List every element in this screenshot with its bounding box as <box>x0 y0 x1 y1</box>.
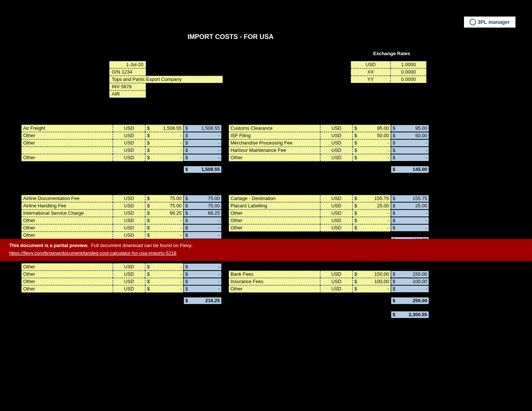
row-description: Other <box>21 271 113 278</box>
row-description: Other <box>21 263 113 271</box>
row-description: Other <box>21 139 113 147</box>
row-converted: $- <box>183 278 222 285</box>
row-currency: USD <box>320 202 353 210</box>
row-converted: $- <box>183 217 222 224</box>
row-converted: $- <box>183 147 222 154</box>
row-converted: $- <box>183 224 222 232</box>
row-amount: $- <box>145 263 183 271</box>
info-invoice: INV 5678 <box>109 83 146 90</box>
row-currency: USD <box>320 210 353 217</box>
airline-fees-table-cont: OtherUSD$-$-OtherUSD$-$-OtherUSD$-$-Othe… <box>21 263 222 293</box>
rate-currency: USD <box>351 61 390 68</box>
table-row: OtherUSD$-$- <box>21 217 222 224</box>
row-currency: USD <box>320 217 353 224</box>
row-description: Other <box>229 154 320 161</box>
row-amount: $155.75 <box>353 195 391 202</box>
preview-banner: This document is a partial preview. Full… <box>0 239 532 261</box>
row-converted: $150.00 <box>391 271 429 278</box>
row-converted: $- <box>183 132 222 139</box>
row-currency: USD <box>320 139 353 147</box>
row-currency: USD <box>320 154 353 161</box>
cartage-table: Cartage - DestinationUSD$155.75$155.75Pl… <box>229 195 429 232</box>
row-currency: USD <box>113 154 145 161</box>
row-amount: $50.00 <box>353 132 391 139</box>
row-description: Other <box>21 278 113 285</box>
row-converted: $- <box>183 139 222 147</box>
row-description: Other <box>21 232 113 239</box>
row-amount: $25.00 <box>353 202 391 210</box>
airline-subtotal: $216.25 <box>183 297 222 304</box>
row-converted: $- <box>183 232 222 239</box>
row-amount: $75.00 <box>145 195 183 202</box>
row-description: Airline Handling Fee <box>21 202 113 210</box>
row-amount: $- <box>145 278 183 285</box>
table-row: OtherUSD$-$- <box>21 154 222 161</box>
grand-total: $2,300.55 <box>391 311 429 318</box>
row-description: International Service Charge <box>21 210 113 217</box>
table-row: OtherUSD$-$- <box>21 278 222 285</box>
table-row: OtherUSD$-$- <box>21 139 222 147</box>
table-row: OtherUSD$-$- <box>21 132 222 139</box>
row-amount: $- <box>145 139 183 147</box>
row-amount: $66.25 <box>145 210 183 217</box>
row-converted: $- <box>183 271 222 278</box>
row-amount: $- <box>353 139 391 147</box>
row-currency: USD <box>113 263 145 271</box>
row-currency: USD <box>113 285 145 293</box>
row-amount: $- <box>353 210 391 217</box>
table-row: OtherUSD$-$- <box>21 285 222 293</box>
row-amount: $- <box>145 271 183 278</box>
table-row: OtherUSD$-$- <box>229 224 429 232</box>
row-currency: USD <box>113 147 145 154</box>
row-currency: USD <box>113 232 145 239</box>
row-currency: USD <box>113 217 145 224</box>
row-description: Other <box>229 210 320 217</box>
bank-subtotal: $250.00 <box>391 297 429 304</box>
row-description: Other <box>229 217 320 224</box>
row-description: Air Freight <box>21 125 113 132</box>
row-description: Other <box>229 224 320 232</box>
row-currency: USD <box>113 202 145 210</box>
exchange-rates-table: USD1.0000 XX0.0000 YY0.0000 <box>351 61 426 83</box>
freight-table: Air FreightUSD$1,508.55$1,508.55OtherUSD… <box>21 125 222 161</box>
banner-text: Full document download can be found on F… <box>91 243 193 248</box>
row-description: Insurance Fees <box>229 278 320 285</box>
row-converted: $95.00 <box>391 125 429 132</box>
row-amount: $- <box>145 285 183 293</box>
row-description: Customs Clearance <box>229 125 320 132</box>
row-description: Other <box>21 132 113 139</box>
row-converted: $100.00 <box>391 278 429 285</box>
row-description: Merchandise Processing Fee <box>229 139 320 147</box>
info-mode: AIR <box>109 90 146 98</box>
rate-currency: YY <box>351 76 390 83</box>
row-description: Bank Fees <box>229 271 320 278</box>
row-amount: $- <box>145 132 183 139</box>
table-row: Insurance FeesUSD$100.00$100.00 <box>229 278 429 285</box>
row-currency: USD <box>113 139 145 147</box>
row-description: ISF Filing <box>229 132 320 139</box>
table-row: Bank FeesUSD$150.00$150.00 <box>229 271 429 278</box>
banner-bold: This document is a partial preview. <box>9 243 89 248</box>
table-row: Placard LabellingUSD$25.00$25.00 <box>229 202 429 210</box>
logo-icon <box>469 19 476 25</box>
row-converted: $- <box>183 154 222 161</box>
row-converted: $- <box>183 263 222 271</box>
table-row: OtherUSD$-$- <box>229 154 429 161</box>
row-description: Other <box>21 224 113 232</box>
table-row: Airline Handling FeeUSD$75.00$75.00 <box>21 202 222 210</box>
row-converted: $- <box>391 224 429 232</box>
table-row: OtherUSD$-$- <box>21 271 222 278</box>
row-amount: $75.00 <box>145 202 183 210</box>
row-description: Harbour Maintenance Fee <box>229 147 320 154</box>
row-currency: USD <box>113 195 145 202</box>
table-row: Airline Documentation FeeUSD$75.00$75.00 <box>21 195 222 202</box>
row-description: Cartage - Destination <box>229 195 320 202</box>
table-row: International Service ChargeUSD$66.25$66… <box>21 210 222 217</box>
rate-value: 0.0000 <box>390 76 426 83</box>
banner-link[interactable]: https://flevy.com/browse/document/landed… <box>9 250 176 256</box>
row-converted: $75.00 <box>183 202 222 210</box>
bank-fees-table: Bank FeesUSD$150.00$150.00Insurance Fees… <box>229 271 429 293</box>
customs-table: Customs ClearanceUSD$95.00$95.00ISF Fili… <box>229 125 429 161</box>
table-row: Merchandise Processing FeeUSD$-$- <box>229 139 429 147</box>
row-description: Placard Labelling <box>229 202 320 210</box>
